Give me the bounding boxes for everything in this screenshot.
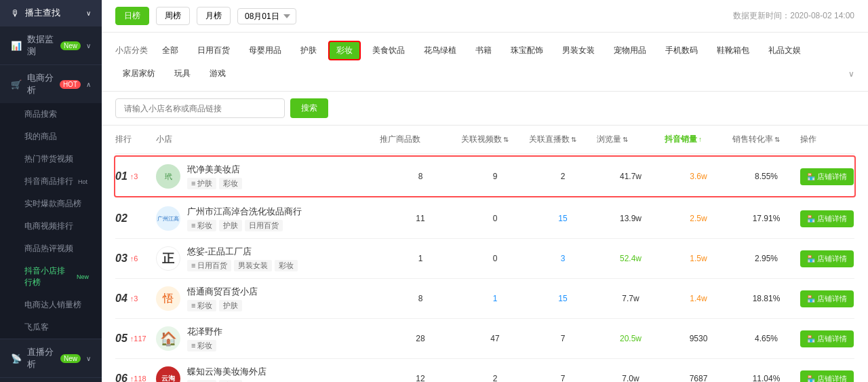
col-conversion[interactable]: 销售转化率 ⇅ [732, 134, 800, 145]
shop-detail-button[interactable]: 店铺详情 [800, 290, 854, 307]
shop-tags: ≡ 彩妆 护肤 日用百货 [187, 220, 302, 231]
shop-tags: ≡ 彩妆 [187, 340, 222, 351]
shop-cell: 广州江高 广州市江高淖合洗化妆品商行 ≡ 彩妆 护肤 日用百货 [156, 206, 380, 231]
chevron-up-icon: ∧ [86, 81, 91, 88]
cat-food[interactable]: 美食饮品 [365, 41, 412, 60]
sidebar-item-live-analysis[interactable]: 📡 直播分析 New ∨ [0, 339, 102, 377]
shop-name: 花泽野作 [187, 326, 222, 338]
sidebar-item-streamer[interactable]: 🎙 播主查找 ∨ [0, 0, 102, 26]
video-count: 2 [461, 374, 529, 382]
cat-games[interactable]: 游戏 [202, 64, 233, 83]
sidebar-sub-item-product-rank[interactable]: 抖音商品排行 Hot [0, 170, 102, 193]
sidebar-sub-item-seller-rank[interactable]: 电商达人销量榜 [0, 294, 102, 316]
date-selector[interactable]: 08月01日 [237, 8, 296, 24]
col-live[interactable]: 关联直播数 ⇅ [529, 134, 597, 145]
sidebar-item-data-monitor[interactable]: 📊 数据监测 New ∨ [0, 26, 102, 64]
table-header: 排行 小店 推广商品数 关联视频数 ⇅ 关联直播数 ⇅ 浏览量 ⇅ 抖音销量 ↑… [115, 126, 854, 154]
cat-home[interactable]: 家居家纺 [115, 64, 163, 83]
sidebar-sub-item-explosion[interactable]: 实时爆款商品榜 [0, 193, 102, 215]
sidebar-item-brand-promo[interactable]: 💎 品牌推广 ∨ [0, 378, 102, 382]
promo-count: 1 [380, 254, 461, 263]
conversion-rate: 17.91% [732, 214, 800, 223]
cat-bags[interactable]: 鞋靴箱包 [709, 41, 757, 60]
shop-tags: ≡ 彩妆 护肤 [187, 300, 258, 311]
shop-tag: ≡ 日用百货 [187, 260, 231, 271]
cat-clothing[interactable]: 男装女装 [555, 41, 602, 60]
sales-count: 9530 [665, 334, 732, 343]
action-cell: 店铺详情 [800, 250, 854, 267]
cat-baby[interactable]: 母婴用品 [241, 41, 289, 60]
shop-detail-button[interactable]: 店铺详情 [800, 210, 854, 227]
sidebar-sub-item-hot-review[interactable]: 商品热评视频 [0, 237, 102, 260]
shop-name: 玳净美美妆店 [187, 164, 242, 176]
shop-cell: 云淘 蝶知云海美妆海外店 ≡ 彩妆 护肤 [156, 366, 380, 382]
view-count: 7.0w [597, 374, 665, 382]
video-count: 0 [461, 214, 529, 223]
update-time: 数据更新时间：2020-08-02 14:00 [733, 10, 854, 22]
sort-icon-views: ⇅ [623, 136, 628, 143]
cat-digital[interactable]: 手机数码 [658, 41, 705, 60]
chevron-down-icon: ∨ [86, 42, 91, 50]
rank-cell: 04 ↑3 [115, 292, 156, 305]
promo-count: 8 [380, 294, 461, 303]
cat-pets[interactable]: 宠物用品 [606, 41, 654, 60]
search-button[interactable]: 搜索 [290, 98, 328, 118]
col-promo: 推广商品数 [380, 134, 461, 145]
conversion-rate: 8.55% [732, 172, 800, 181]
rank-number: 03 [115, 252, 127, 265]
avatar: 正 [156, 246, 180, 271]
view-count: 20.5w [597, 334, 665, 343]
video-count: 1 [461, 294, 529, 303]
col-sales[interactable]: 抖音销量 ↑ [665, 134, 732, 145]
live-count: 7 [529, 374, 597, 382]
period-month-button[interactable]: 月榜 [197, 7, 231, 25]
cat-all[interactable]: 全部 [155, 41, 186, 60]
shop-tag: ≡ 彩妆 [187, 220, 216, 231]
sidebar-sub-item-feigua[interactable]: 飞瓜客 [0, 316, 102, 339]
search-input[interactable] [115, 98, 285, 118]
video-count: 47 [461, 334, 529, 343]
sidebar: 🎙 播主查找 ∨ 📊 数据监测 New ∨ 🛒 电商分析 HOT ∧ 商品搜索 … [0, 0, 102, 382]
shop-info: 玳净美美妆店 ≡ 护肤 彩妆 [187, 164, 242, 189]
new-badge: New [60, 41, 81, 50]
sidebar-sub-item-video-rank[interactable]: 电商视频排行 [0, 215, 102, 237]
shop-detail-button[interactable]: 店铺详情 [800, 330, 854, 347]
cat-books[interactable]: 书籍 [468, 41, 499, 60]
cat-daily[interactable]: 日用百货 [190, 41, 237, 60]
cat-plants[interactable]: 花鸟绿植 [416, 41, 464, 60]
sidebar-sub-item-hot-videos[interactable]: 热门带货视频 [0, 148, 102, 170]
sidebar-sub-item-shop-rank[interactable]: 抖音小店排行榜 New [0, 260, 102, 294]
streamer-icon: 🎙 [11, 8, 20, 18]
video-count: 9 [461, 172, 529, 181]
shop-detail-button[interactable]: 店铺详情 [800, 250, 854, 267]
shop-tag: 日用百货 [245, 220, 283, 231]
category-label: 小店分类 [115, 45, 148, 56]
cat-gifts[interactable]: 礼品文娱 [761, 41, 808, 60]
col-views[interactable]: 浏览量 ⇅ [597, 134, 665, 145]
sales-count: 1.4w [665, 294, 732, 303]
period-day-button[interactable]: 日榜 [115, 7, 149, 25]
sales-count: 1.5w [665, 254, 732, 263]
shop-tag: ≡ 彩妆 [187, 300, 216, 311]
cat-makeup[interactable]: 彩妆 [328, 41, 361, 60]
shop-detail-button[interactable]: 店铺详情 [800, 168, 854, 185]
rank-number: 04 [115, 292, 127, 305]
sidebar-sub-item-my-products[interactable]: 我的商品 [0, 126, 102, 148]
sales-count: 7687 [665, 374, 732, 382]
shop-tag: 护肤 [219, 220, 242, 231]
sidebar-sub-item-product-search[interactable]: 商品搜索 [0, 103, 102, 126]
period-week-button[interactable]: 周榜 [156, 7, 190, 25]
shop-info: 蝶知云海美妆海外店 ≡ 彩妆 护肤 [187, 366, 267, 382]
cat-toys[interactable]: 玩具 [167, 64, 198, 83]
rank-cell: 06 ↑118 [115, 373, 156, 382]
sidebar-item-ecom-analysis[interactable]: 🛒 电商分析 HOT ∧ [0, 65, 102, 103]
shop-detail-button[interactable]: 店铺详情 [800, 370, 854, 383]
search-bar: 搜索 [102, 92, 868, 126]
col-video[interactable]: 关联视频数 ⇅ [461, 134, 529, 145]
shop-cell: 正 悠娑-正品工厂店 ≡ 日用百货 男装女装 彩妆 [156, 246, 380, 271]
cat-more-icon[interactable]: ∨ [848, 69, 854, 79]
cat-jewelry[interactable]: 珠宝配饰 [503, 41, 551, 60]
shop-name: 广州市江高淖合洗化妆品商行 [187, 206, 302, 218]
chevron-down-icon: ∨ [86, 355, 91, 362]
cat-skincare[interactable]: 护肤 [293, 41, 324, 60]
